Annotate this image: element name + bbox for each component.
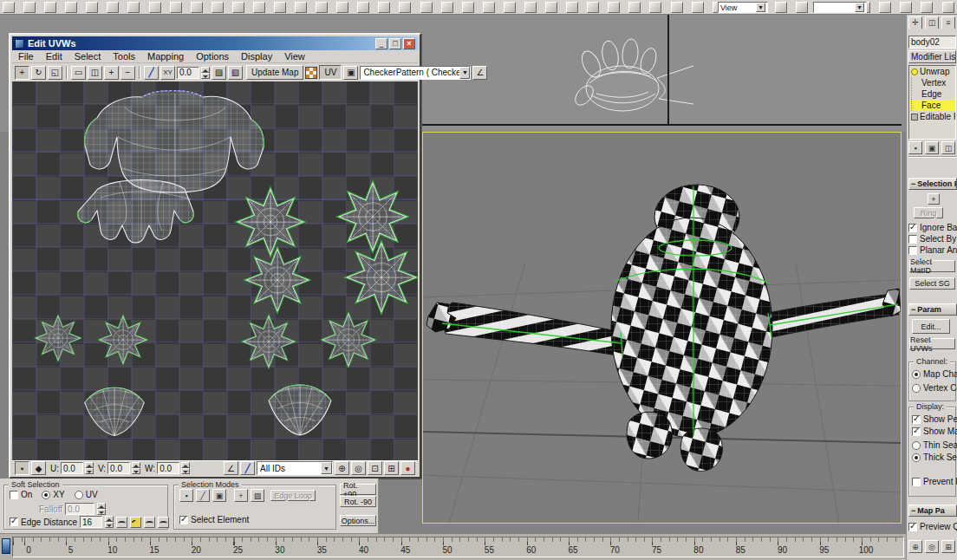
edge-distance-checkbox[interactable]: [10, 518, 18, 526]
toolbar-icon-23[interactable]: [462, 2, 474, 13]
stack-item-unwrap[interactable]: Unwrap: [909, 66, 955, 77]
stack-item-face[interactable]: Face: [909, 100, 955, 111]
show-pelt-checkbox[interactable]: [912, 415, 921, 424]
move-tool-button[interactable]: +: [15, 66, 29, 80]
toolbar-icon-18[interactable]: [357, 2, 369, 13]
pick-texture-button[interactable]: ∠: [472, 66, 487, 80]
falloff-distance-spinner[interactable]: [201, 67, 210, 79]
menu-display[interactable]: Display: [235, 51, 278, 62]
edge-mode-icon[interactable]: ╱: [196, 489, 210, 502]
zoom-to-gizmo-button[interactable]: ●: [400, 461, 415, 475]
v-field[interactable]: 0.0: [107, 462, 130, 474]
falloff-pen-icon[interactable]: ╱: [144, 66, 159, 80]
select-element-checkbox[interactable]: [179, 516, 188, 524]
rotate-minus-90-button[interactable]: Rot. -90: [340, 496, 376, 507]
stack-item-vertex[interactable]: Vertex: [909, 77, 955, 88]
thin-seam-radio[interactable]: [912, 441, 921, 450]
toolbar-icon-30[interactable]: [608, 2, 620, 13]
edge-distance-field[interactable]: 16: [80, 516, 102, 528]
toolbar-icon-38[interactable]: [775, 2, 787, 13]
planar-angle-checkbox[interactable]: [908, 246, 917, 255]
toolbar-icon-4[interactable]: [65, 2, 77, 13]
object-name-field[interactable]: body02: [908, 36, 956, 49]
toolbar-icon-11[interactable]: [212, 2, 224, 13]
menu-select[interactable]: Select: [68, 51, 107, 62]
toolbar-icon-28[interactable]: [566, 2, 578, 13]
falloff-field[interactable]: 0.0: [65, 503, 94, 515]
stack-item-edge[interactable]: Edge: [909, 88, 955, 100]
toolbar-icon-1[interactable]: [3, 2, 15, 13]
panel-tab-hierarchy-icon[interactable]: ≡: [941, 16, 955, 29]
absolute-offset-button[interactable]: ◆: [31, 461, 46, 475]
toolbar-icon-24[interactable]: [483, 2, 495, 13]
menu-mapping[interactable]: Mapping: [141, 51, 190, 62]
toolbar-icon-27[interactable]: [545, 2, 557, 13]
uv-radio[interactable]: [75, 491, 83, 499]
pin-stack-icon[interactable]: ▪: [908, 141, 922, 154]
edge-distance-spinner[interactable]: [105, 516, 114, 528]
mirror-button[interactable]: ◫: [88, 66, 102, 80]
toolbar-icon-9[interactable]: [170, 2, 182, 13]
toolbar-icon-6[interactable]: [107, 2, 119, 13]
vertex-color-radio[interactable]: [912, 384, 921, 393]
edge-loop-button[interactable]: Edge Loop: [270, 490, 316, 501]
toolbar-icon-22[interactable]: [441, 2, 453, 13]
bulb-icon[interactable]: [911, 68, 918, 75]
face-mode-icon[interactable]: ▣: [212, 489, 226, 502]
falloff-curve-linear-button[interactable]: [130, 517, 141, 528]
close-button[interactable]: ×: [403, 38, 415, 49]
material-id-combo[interactable]: All IDs ▼: [257, 461, 333, 475]
zoom-extents-button[interactable]: ⊞: [384, 461, 399, 475]
options-button[interactable]: Options...: [340, 515, 376, 526]
u-field[interactable]: 0.0: [61, 462, 83, 474]
scale-tool-button[interactable]: ◱: [48, 66, 62, 80]
map-parameters-rollout[interactable]: − Map Pa: [908, 505, 957, 517]
toolbar-icon-32[interactable]: [649, 2, 661, 13]
falloff-curve-smooth-button[interactable]: [116, 517, 127, 528]
chevron-down-icon[interactable]: ▼: [756, 3, 765, 12]
falloff-space-button[interactable]: XY: [160, 66, 175, 80]
toolbar-icon-43[interactable]: [879, 2, 891, 13]
pan-button[interactable]: ⊕: [335, 461, 349, 475]
toolbar-icon-14[interactable]: [274, 2, 286, 13]
select-matid-button[interactable]: Select MatID: [909, 260, 955, 272]
menu-tools[interactable]: Tools: [107, 51, 141, 62]
toolbar-icon-19[interactable]: [378, 2, 390, 13]
uv-canvas[interactable]: [12, 81, 418, 462]
ring-button[interactable]: Ring: [914, 207, 943, 218]
chevron-down-icon[interactable]: ▼: [855, 3, 864, 12]
timeline[interactable]: 0510152025303540455055606570758085909510…: [0, 534, 906, 560]
falloff-spinner[interactable]: [97, 503, 106, 515]
toolbar-icon-10[interactable]: [191, 2, 203, 13]
toolbar-icon-15[interactable]: [295, 2, 307, 13]
w-field[interactable]: 0.0: [157, 462, 179, 474]
toolbar-icon-31[interactable]: [628, 2, 641, 13]
toolbar-icon-29[interactable]: [587, 2, 599, 13]
u-spinner[interactable]: [85, 462, 94, 474]
toolbar-icon-20[interactable]: [399, 2, 411, 13]
menu-edit[interactable]: Edit: [40, 51, 68, 62]
edit-pencil-button[interactable]: ╱: [240, 461, 255, 475]
freeform-mode-button[interactable]: ▭: [71, 66, 86, 80]
w-spinner[interactable]: [181, 462, 190, 474]
v-spinner[interactable]: [132, 462, 140, 474]
perspective-viewport[interactable]: [422, 132, 902, 524]
shrink-selection-button[interactable]: −: [120, 66, 135, 80]
timeline-ruler[interactable]: 0510152025303540455055606570758085909510…: [12, 537, 904, 557]
toolbar-icon-26[interactable]: [524, 2, 537, 13]
chevron-down-icon[interactable]: ▼: [459, 67, 470, 79]
toolbar-icon-44[interactable]: [900, 2, 912, 13]
lock-selection-button[interactable]: ▪: [15, 461, 29, 475]
panel-tab-create-icon[interactable]: ✛: [908, 16, 922, 29]
snap-toggle-button[interactable]: ∠: [224, 461, 238, 475]
toolbar-icon-2[interactable]: [23, 2, 36, 13]
maximize-button[interactable]: □: [389, 38, 401, 49]
toolbar-icon-46[interactable]: [942, 2, 954, 13]
expand-selection-button[interactable]: +: [104, 66, 119, 80]
toolbar-icon-8[interactable]: [149, 2, 161, 13]
parameters-rollout[interactable]: − Param: [908, 303, 957, 316]
uv-toggle-button[interactable]: UV: [319, 65, 342, 80]
preview-checkbox[interactable]: [908, 523, 917, 531]
make-unique-icon[interactable]: ◫: [941, 141, 955, 154]
zoom-extents-view-icon[interactable]: ⊞: [941, 540, 955, 553]
